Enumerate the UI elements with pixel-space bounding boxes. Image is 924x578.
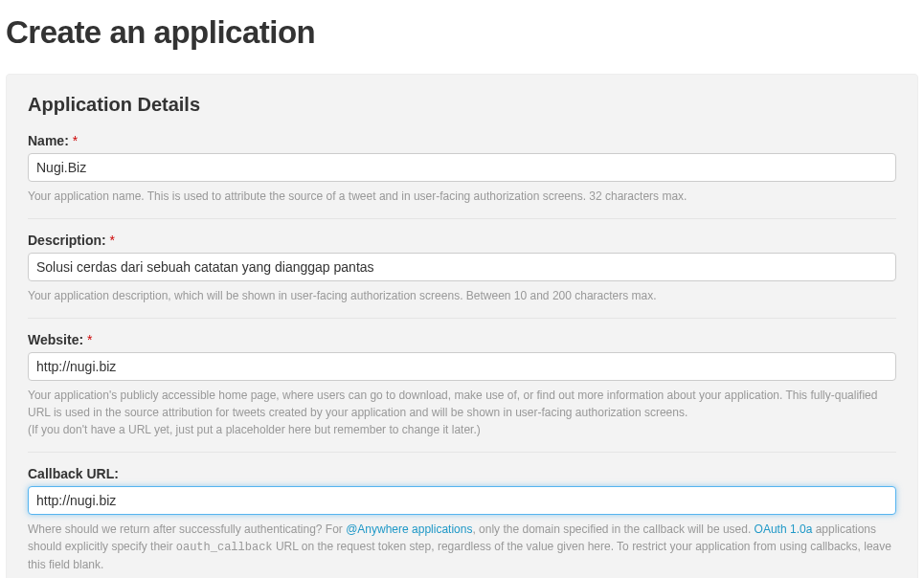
callback-help: Where should we return after successfull… (28, 521, 896, 573)
name-label: Name: * (28, 133, 896, 148)
callback-label: Callback URL: (28, 466, 896, 481)
oauth-link[interactable]: OAuth 1.0a (755, 522, 813, 536)
website-label: Website: * (28, 332, 896, 347)
field-website: Website: * Your application's publicly a… (28, 332, 896, 453)
name-help: Your application name. This is used to a… (28, 188, 896, 205)
description-label: Description: * (28, 233, 896, 248)
anywhere-link[interactable]: @Anywhere applications (346, 522, 472, 536)
field-name: Name: * Your application name. This is u… (28, 133, 896, 219)
website-label-text: Website: (28, 332, 83, 347)
name-input[interactable] (28, 153, 896, 182)
website-input[interactable] (28, 352, 896, 381)
page-title: Create an application (6, 14, 918, 51)
field-description: Description: * Your application descript… (28, 233, 896, 319)
field-callback: Callback URL: Where should we return aft… (28, 466, 896, 573)
description-help: Your application description, which will… (28, 287, 896, 304)
website-help: Your application's publicly accessible h… (28, 387, 896, 438)
callback-help-pre: Where should we return after successfull… (28, 522, 346, 536)
callback-input[interactable] (28, 486, 896, 515)
website-help-line2: (If you don't have a URL yet, just put a… (28, 421, 896, 438)
name-required: * (73, 133, 78, 148)
section-title: Application Details (28, 94, 896, 116)
callback-help-mid1: , only the domain specified in the callb… (472, 522, 754, 536)
callback-label-text: Callback URL: (28, 466, 119, 481)
description-label-text: Description: (28, 233, 106, 248)
app-details-panel: Application Details Name: * Your applica… (6, 74, 918, 578)
description-input[interactable] (28, 253, 896, 281)
website-help-line1: Your application's publicly accessible h… (28, 387, 896, 421)
description-required: * (110, 233, 115, 248)
callback-help-code: oauth_callback (176, 541, 273, 554)
website-required: * (87, 332, 92, 347)
name-label-text: Name: (28, 133, 69, 148)
